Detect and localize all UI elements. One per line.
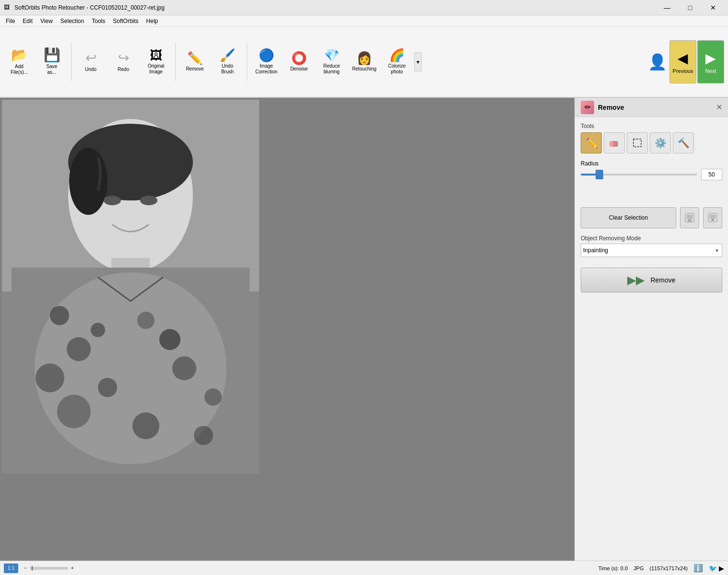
window-title: SoftOrbits Photo Retoucher - CCF01052012… [14,4,656,11]
canvas-area[interactable] [0,98,574,561]
save-as-button[interactable]: 💾 Saveas... [36,40,67,83]
close-button[interactable]: ✕ [702,0,724,15]
colorize-photo-label: Colorizephoto [388,63,406,75]
original-image-button[interactable]: 🖼 OriginalImage [141,40,171,83]
menu-tools[interactable]: Tools [88,15,109,26]
retouching-label: Retouching [352,66,377,72]
menu-selection[interactable]: Selection [57,15,88,26]
svg-point-12 [159,329,180,350]
load-selection-button[interactable] [703,207,722,228]
toolbar: 📂 AddFile(s)... 💾 Saveas... ↩ Undo ↪ Red… [0,27,728,98]
object-removing-mode-section: Object Removing Mode Inpainting ▼ [581,235,722,257]
menu-help[interactable]: Help [143,15,162,26]
radius-value[interactable]: 50 [701,169,722,180]
reduce-blurring-label: Reduceblurring [323,63,340,75]
toolbox-close-button[interactable]: ✕ [716,103,722,112]
magic-wand-tool-button[interactable]: ⚙️ [650,132,671,153]
mode-select-wrapper: Inpainting ▼ [581,244,722,257]
format-label: JPG [633,565,644,571]
zoom-ratio-label: 1:1 [4,563,18,573]
zoom-controls: − + [24,565,74,571]
svg-point-20 [104,196,121,205]
remove-tool-button[interactable]: ✏️ Remove [179,40,210,83]
zoom-slider-plus[interactable]: + [71,565,74,571]
select-rect-tool-button[interactable] [627,132,648,153]
eraser-tool-button[interactable] [604,132,625,153]
toolbox-title: Remove [598,104,624,111]
menu-view[interactable]: View [36,15,57,26]
remove-button-icon: ▶▶ [627,273,644,287]
object-removing-mode-label: Object Removing Mode [581,235,722,242]
main-content: ✏ Remove ✕ Tools ✏️ [0,98,728,561]
svg-point-11 [137,312,155,329]
undo-brush-button[interactable]: 🖌️ UndoBrush [212,40,243,83]
svg-rect-29 [710,215,716,219]
retouching-icon: 👩 [357,52,372,64]
redo-button[interactable]: ↪ Redo [108,40,139,83]
minimize-button[interactable]: — [656,0,678,15]
toolbox-remove-icon: ✏ [581,101,594,114]
tools-section: Tools ✏️ [581,123,722,153]
svg-point-13 [36,364,64,392]
add-files-icon: 📂 [11,48,28,62]
toolbar-scroll-down[interactable]: ▼ [414,52,422,71]
original-image-icon: 🖼 [150,49,162,61]
remove-tool-label: Remove [186,66,203,72]
next-button[interactable]: ▶ Next [697,40,724,83]
slider-thumb[interactable] [596,170,603,179]
add-files-label: AddFile(s)... [11,64,28,75]
toolbox-body: Tools ✏️ [575,117,728,298]
photo-svg [2,100,259,474]
youtube-icon[interactable]: ▶ [719,564,724,572]
toolbox-panel: ✏ Remove ✕ Tools ✏️ [574,98,728,561]
undo-brush-label: UndoBrush [221,63,234,75]
menu-softorbits[interactable]: SoftOrbits [109,15,142,26]
svg-point-10 [67,337,91,361]
colorize-photo-icon: 🌈 [389,49,405,61]
maximize-button[interactable]: □ [679,0,701,15]
info-icon[interactable]: ℹ️ [693,563,703,573]
auto-tool-button[interactable]: 🔨 [673,132,694,153]
radius-slider[interactable] [581,170,697,179]
spacer [581,187,722,197]
menu-bar: File Edit View Selection Tools SoftOrbit… [0,15,728,27]
previous-label: Previous [673,68,693,74]
photo-container [2,100,259,474]
radius-label: Radius [581,160,722,167]
brush-tool-button[interactable]: ✏️ [581,132,602,153]
radius-section: Radius 50 [581,160,722,180]
svg-rect-23 [610,141,613,146]
window-controls: — □ ✕ [656,0,724,15]
separator-2 [175,43,176,81]
reduce-blurring-button[interactable]: 💎 Reduceblurring [316,40,347,83]
zoom-slider-thumb [32,566,33,571]
svg-point-9 [91,323,105,337]
denoise-button[interactable]: ⭕ Denoise [284,40,314,83]
save-as-icon: 💾 [44,48,60,62]
zoom-slider-minus[interactable]: − [24,565,27,571]
menu-file[interactable]: File [2,15,19,26]
previous-icon: ◀ [678,50,688,66]
dimensions-label: (1157x1717x24) [649,565,688,571]
zoom-slider[interactable] [30,567,68,570]
reduce-blurring-icon: 💎 [324,49,339,61]
separator-1 [71,43,72,81]
previous-button[interactable]: ◀ Previous [669,40,696,83]
svg-point-8 [50,306,69,325]
tools-label: Tools [581,123,722,129]
add-files-button[interactable]: 📂 AddFile(s)... [4,40,35,83]
social-icons: 🐦 ▶ [709,564,724,572]
save-selection-button[interactable] [680,207,699,228]
colorize-photo-button[interactable]: 🌈 Colorizephoto [382,40,412,83]
original-image-label: OriginalImage [148,63,164,75]
radius-row: 50 [581,169,722,180]
separator-3 [247,43,247,81]
retouching-button[interactable]: 👩 Retouching [349,40,380,83]
menu-edit[interactable]: Edit [19,15,36,26]
undo-button[interactable]: ↩ Undo [75,40,106,83]
clear-selection-button[interactable]: Clear Selection [581,207,676,228]
image-correction-button[interactable]: 🔵 ImageCorrection [251,40,282,83]
remove-button[interactable]: ▶▶ Remove [581,268,722,293]
twitter-icon[interactable]: 🐦 [709,564,717,572]
mode-select[interactable]: Inpainting [581,244,722,257]
